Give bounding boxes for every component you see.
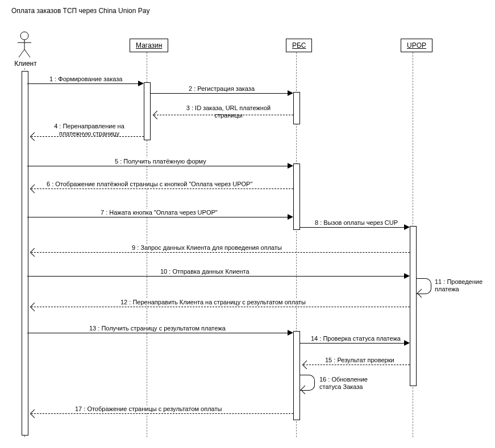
msg-2-label: 2 : Регистрация заказа [188, 85, 256, 92]
diagram-title: Оплата заказов ТСП через China Union Pay [11, 7, 149, 15]
msg-13-label: 13 : Получить страницу с результатом пла… [88, 325, 227, 332]
sequence-diagram: Оплата заказов ТСП через China Union Pay… [0, 0, 495, 448]
msg-16-label: 16 : Обновление статуса Заказа [318, 376, 389, 391]
msg-12-label: 12 : Перенаправить Клиента на страницу с… [119, 299, 307, 305]
msg-7-line [27, 217, 290, 217]
msg-15-label: 15 : Результат проверки [324, 357, 396, 363]
msg-15-line [303, 365, 410, 365]
participant-upop: UPOP [401, 39, 432, 52]
participant-shop: Магазин [130, 39, 168, 52]
svg-point-0 [20, 32, 28, 40]
msg-14-line [300, 343, 407, 344]
msg-4-label: 4 : Перенаправление на платежную страниц… [43, 123, 136, 137]
msg-14-label: 14 : Проверка статуса платежа [310, 335, 402, 342]
msg-13-line [27, 333, 290, 333]
activation-rbs-1 [293, 92, 300, 124]
msg-1-label: 1 : Формирование заказа [48, 76, 123, 82]
participant-rbs: РБС [286, 39, 312, 52]
msg-3-line [154, 115, 293, 115]
svg-line-4 [24, 49, 30, 57]
msg-5-line [27, 166, 290, 166]
actor-client-label: Клиент [11, 60, 40, 68]
msg-11-label: 11 : Проведение платежа [434, 278, 493, 293]
actor-client-icon [16, 31, 33, 58]
msg-14-head [404, 340, 410, 346]
msg-8-line [300, 227, 407, 228]
msg-7-head [288, 214, 293, 220]
svg-line-3 [19, 49, 24, 57]
msg-8-label: 8 : Вызов оплаты через CUP [314, 219, 399, 226]
activation-rbs-2 [293, 164, 300, 230]
msg-6-line [31, 189, 293, 189]
msg-7-label: 7 : Нажата кнопка "Оплата через UPOP" [99, 209, 219, 216]
msg-10-label: 10 : Отправка данных Клиента [159, 268, 251, 275]
msg-17-label: 17 : Отображение страницы с результатом … [74, 405, 223, 412]
msg-5-head [288, 163, 293, 169]
msg-2-line [150, 93, 290, 94]
msg-13-head [288, 330, 293, 336]
activation-client [22, 71, 28, 436]
msg-17-line [31, 413, 293, 414]
msg-9-label: 9 : Запрос данных Клиента для проведения… [131, 244, 283, 251]
msg-9-line [31, 252, 410, 253]
msg-8-head [404, 224, 410, 230]
activation-shop-1 [144, 82, 151, 140]
msg-2-head [288, 90, 293, 96]
msg-6-label: 6 : Отображение платёжной страницы с кно… [45, 181, 253, 187]
msg-4-line [31, 136, 144, 137]
msg-1-line [27, 83, 141, 84]
msg-5-label: 5 : Получить платёжную форму [114, 158, 207, 165]
msg-10-head [404, 273, 410, 279]
activation-upop-1 [410, 226, 417, 386]
msg-10-line [27, 276, 407, 277]
msg-1-head [138, 81, 144, 86]
msg-3-label: 3 : ID заказа, URL платежной страницы [176, 104, 281, 119]
msg-12-line [31, 307, 410, 307]
